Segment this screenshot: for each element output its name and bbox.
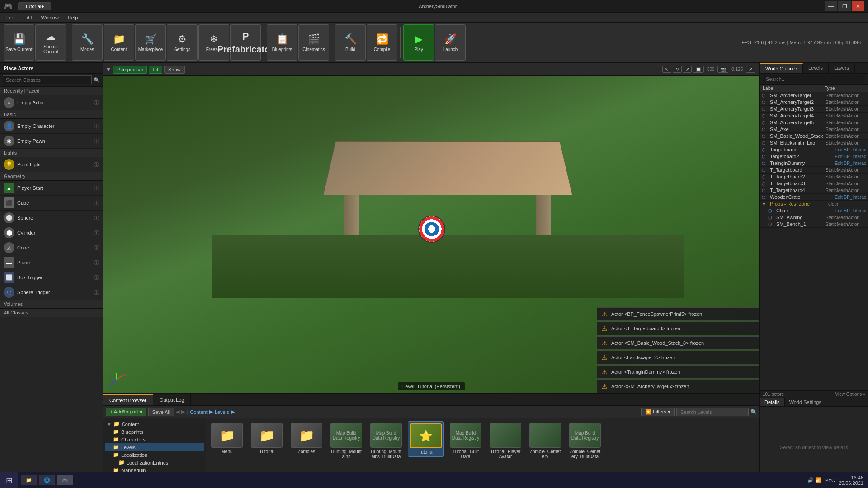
- actor-empty-character[interactable]: 👤 Empty Character ⓘ: [0, 119, 103, 134]
- outliner-t-targetboard[interactable]: ⬡ T_Targetboard StaticMeshActor: [760, 167, 868, 174]
- settings-button[interactable]: ⚙ Settings: [167, 24, 198, 61]
- compile-button[interactable]: 🔁 Compile: [367, 24, 397, 61]
- tab-layers[interactable]: Layers: [829, 63, 855, 73]
- outliner-targetboard2[interactable]: ⬡ Targetboard2 Edit BP_Interac: [760, 153, 868, 160]
- asset-zombie-cemetery[interactable]: Zombie_Cemetery: [527, 421, 563, 461]
- maximize-viewport-btn[interactable]: ⤢: [746, 66, 755, 73]
- actor-cylinder[interactable]: ⬤ Cylinder ⓘ: [0, 225, 103, 240]
- menu-window[interactable]: Window: [38, 14, 62, 21]
- tree-characters[interactable]: 📁 Characters: [105, 436, 204, 443]
- freezer-button[interactable]: ❄ Freezer: [198, 24, 229, 61]
- outliner-edit-bp[interactable]: Edit BP_Interac: [835, 208, 866, 213]
- content-button[interactable]: 📁 Content: [104, 24, 134, 61]
- asset-zombies[interactable]: 📁 Zombies: [288, 421, 325, 456]
- menu-help[interactable]: Help: [64, 14, 82, 21]
- outliner-edit-bp[interactable]: Edit BP_Interac: [835, 195, 866, 200]
- asset-tutorial-map[interactable]: ⭐ Tutorial: [408, 421, 444, 457]
- outliner-t-targetboard2[interactable]: ⬡ T_Targetboard2 StaticMeshActor: [760, 174, 868, 180]
- outliner-type-col[interactable]: Type: [825, 86, 865, 91]
- outliner-sm-basic-wood-stack[interactable]: ⬡ SM_Basic_Wood_Stack StaticMeshActor: [760, 133, 868, 140]
- outliner-sm-archerytarget4[interactable]: ⬡ SM_ArcheryTarget4 StaticMeshActor: [760, 113, 868, 119]
- taskbar-chrome[interactable]: 🌐: [39, 475, 55, 485]
- outliner-t-targetboard3[interactable]: ⬡ T_Targetboard3 StaticMeshActor: [760, 180, 868, 187]
- blueprints-button[interactable]: 📋 Blueprints: [267, 24, 297, 61]
- asset-zombie-cemetery-builtdata[interactable]: Map BuildData Registry Zombie_Cemetery_B…: [567, 421, 603, 461]
- menu-file[interactable]: File: [3, 14, 18, 21]
- category-all-classes[interactable]: All Classes: [0, 309, 103, 317]
- snap-btn[interactable]: 🔲: [693, 66, 704, 73]
- translate-btn[interactable]: ⤡: [662, 66, 671, 73]
- outliner-edit-bp[interactable]: Edit BP_Interac: [835, 154, 866, 159]
- category-basic[interactable]: Basic: [0, 110, 103, 119]
- launch-button[interactable]: 🚀 Launch: [435, 24, 466, 61]
- outliner-sm-archerytarget3[interactable]: ⬡ SM_ArcheryTarget3 StaticMeshActor: [760, 106, 868, 113]
- asset-tutorial-playeravatar[interactable]: Tutorial_PlayerAvatar: [487, 421, 524, 461]
- actor-cube[interactable]: ⬛ Cube ⓘ: [0, 196, 103, 211]
- actor-cone[interactable]: △ Cone ⓘ: [0, 240, 103, 255]
- outliner-sm-axe[interactable]: ⬡ SM_Axe StaticMeshActor: [760, 126, 868, 133]
- breadcrumb-content[interactable]: Content: [190, 409, 208, 415]
- filters-button[interactable]: 🔽 Filters ▾: [641, 408, 675, 416]
- scale-btn[interactable]: ⤢: [683, 66, 692, 73]
- camera-speed-btn[interactable]: 📷: [717, 66, 728, 73]
- marketplace-button[interactable]: 🛒 Marketplace: [135, 24, 166, 61]
- outliner-search-input[interactable]: [763, 75, 865, 83]
- asset-hunting-mountains[interactable]: Map BuildData Registry Hunting_Mountains: [328, 421, 364, 461]
- viewport-toggle-icon[interactable]: ▼: [106, 66, 111, 73]
- source-control-button[interactable]: ☁ Source Control: [35, 24, 66, 61]
- asset-tutorial-built-data[interactable]: Map BuildData Registry Tutorial_Built Da…: [448, 421, 484, 461]
- cinematics-button[interactable]: 🎬 Cinematics: [298, 24, 329, 61]
- category-lights[interactable]: Lights: [0, 149, 103, 157]
- view-options-button[interactable]: View Options ▾: [835, 392, 865, 397]
- perspective-button[interactable]: Perspective: [113, 66, 147, 74]
- menu-edit[interactable]: Edit: [20, 14, 36, 21]
- maximize-button[interactable]: ❐: [838, 1, 851, 11]
- outliner-targetboard[interactable]: ⬡ Targetboard Edit BP_Interac: [760, 146, 868, 153]
- taskbar-unreal[interactable]: 🎮: [57, 475, 73, 485]
- tab-world-settings[interactable]: World Settings: [785, 398, 826, 406]
- modes-button[interactable]: 🔧 Modes: [72, 24, 103, 61]
- nav-back-icon[interactable]: ◀: [176, 409, 179, 415]
- tree-blueprints[interactable]: 📁 Blueprints: [105, 428, 204, 436]
- build-button[interactable]: 🔨 Build: [335, 24, 366, 61]
- actor-player-start[interactable]: ▲ Player Start ⓘ: [0, 181, 103, 196]
- actor-plane[interactable]: ▬ Plane ⓘ: [0, 255, 103, 270]
- lit-button[interactable]: Lit: [149, 66, 162, 74]
- actor-sphere[interactable]: ⚪ Sphere ⓘ: [0, 211, 103, 225]
- outliner-props-rest-zone[interactable]: ▼ Props - Rest zone Folder: [760, 201, 868, 207]
- outliner-sm-archerytarget5[interactable]: ⬡ SM_ArcheryTarget5 StaticMeshActor: [760, 119, 868, 126]
- start-button[interactable]: ⊞: [0, 472, 18, 488]
- outliner-label-col[interactable]: Label: [763, 86, 825, 91]
- actor-sphere-trigger[interactable]: ◌ Sphere Trigger ⓘ: [0, 285, 103, 300]
- viewport[interactable]: Level: Tutorial (Persistent) X Y Z: [103, 76, 760, 393]
- taskbar-explorer[interactable]: 📁: [21, 475, 37, 485]
- outliner-sm-bench-1[interactable]: ⬡ SM_Bench_1 StaticMeshActor: [760, 221, 868, 228]
- tab-world-outliner[interactable]: World Outliner: [760, 63, 803, 73]
- outliner-sm-archerytarget2[interactable]: ⬡ SM_ArcheryTarget2 StaticMeshActor: [760, 99, 868, 106]
- nav-forward-icon[interactable]: ▶: [181, 409, 185, 415]
- app-tab[interactable]: Tutorial+: [18, 2, 51, 10]
- save-current-button[interactable]: 💾 Save Current: [4, 24, 34, 61]
- tab-details[interactable]: Details: [760, 398, 785, 406]
- actor-empty-actor[interactable]: ○ Empty Actor ⓘ: [0, 95, 103, 110]
- add-import-button[interactable]: + Add/Import ▾: [106, 408, 146, 416]
- actor-empty-pawn[interactable]: ◉ Empty Pawn ⓘ: [0, 134, 103, 149]
- asset-menu[interactable]: 📁 Menu: [209, 421, 245, 456]
- tree-content[interactable]: ▼ 📁 Content: [105, 420, 204, 428]
- outliner-edit-bp[interactable]: Edit BP_Interac: [835, 147, 866, 152]
- outliner-t-targetboard4[interactable]: ⬡ T_Targetboard4 StaticMeshActor: [760, 187, 868, 194]
- outliner-traingindummy[interactable]: ⬡ TrainginDummy Edit BP_Interac: [760, 160, 868, 167]
- outliner-chair[interactable]: ⬡ Chair Edit BP_Interac: [760, 207, 868, 214]
- asset-hunting-mountains-builtdata[interactable]: Map BuildData Registry Hunting_Mountains…: [368, 421, 404, 461]
- tab-output-log[interactable]: Output Log: [153, 394, 191, 405]
- play-button[interactable]: ▶ Play: [403, 24, 434, 61]
- actor-box-trigger[interactable]: ⬜ Box Trigger ⓘ: [0, 270, 103, 285]
- category-geometry[interactable]: Geometry: [0, 172, 103, 181]
- prefabricator-button[interactable]: P Prefabricator: [230, 24, 261, 61]
- actor-point-light[interactable]: 💡 Point Light ⓘ: [0, 157, 103, 172]
- close-button[interactable]: ✕: [852, 1, 864, 11]
- tree-localization-entries[interactable]: 📁 LocalizationEntries: [105, 459, 204, 466]
- save-all-button[interactable]: Save All: [148, 408, 175, 416]
- tab-levels[interactable]: Levels: [803, 63, 829, 73]
- minimize-button[interactable]: —: [825, 1, 837, 11]
